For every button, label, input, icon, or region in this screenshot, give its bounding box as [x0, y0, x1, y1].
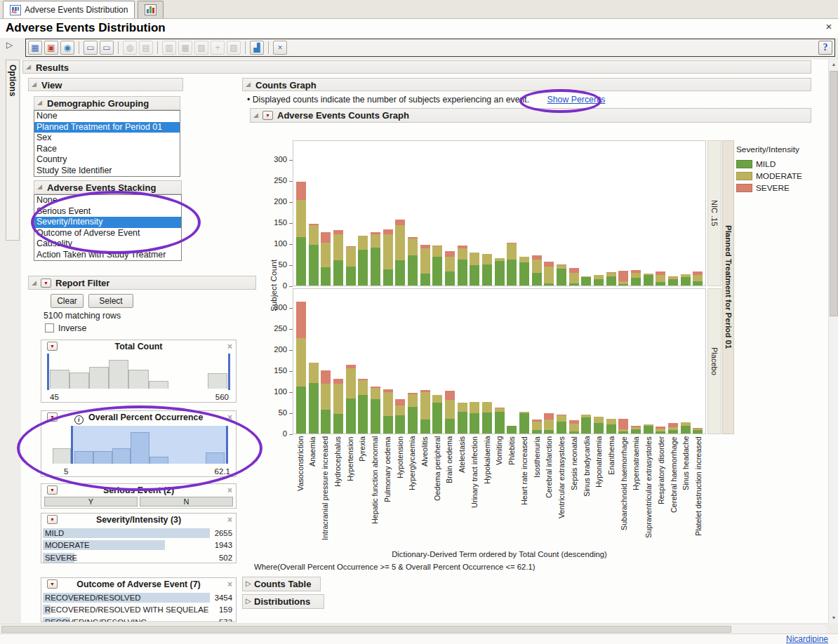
bar-segment[interactable]: [445, 271, 455, 286]
bar-segment[interactable]: [395, 220, 405, 225]
bar-segment[interactable]: [507, 426, 517, 434]
list-item[interactable]: Country: [34, 154, 180, 166]
bar-segment[interactable]: [693, 275, 703, 281]
bar-segment[interactable]: [470, 265, 479, 286]
bar-segment[interactable]: [309, 225, 319, 245]
disclosure-open-icon[interactable]: ◢: [32, 81, 36, 88]
bar-segment[interactable]: [644, 426, 653, 434]
vertical-scrollbar[interactable]: ▲ ▼: [828, 60, 838, 623]
demographic-grouping-list[interactable]: NonePlanned Treatment for Period 01SexRa…: [34, 110, 180, 177]
save-image-icon[interactable]: ▣: [44, 41, 58, 55]
vertical-scroll-thumb[interactable]: [830, 71, 838, 316]
bar-segment[interactable]: [693, 281, 703, 286]
category-row[interactable]: RECOVERING/RESOLVING573: [43, 617, 234, 622]
bar-segment[interactable]: [383, 269, 393, 286]
scroll-up-icon[interactable]: ▲: [829, 60, 838, 69]
bar-segment[interactable]: [532, 273, 542, 286]
bar-segment[interactable]: [321, 370, 331, 384]
bar-segment[interactable]: [346, 398, 356, 434]
bar-segment[interactable]: [557, 422, 566, 434]
bar-segment[interactable]: [395, 405, 405, 415]
bar-segment[interactable]: [681, 426, 691, 434]
histogram-bar[interactable]: [206, 452, 225, 464]
bar-segment[interactable]: [544, 283, 554, 286]
notes-icon[interactable]: ▭: [100, 41, 114, 55]
bar-segment[interactable]: [420, 392, 430, 420]
list-item[interactable]: Action Taken with Study Treatmer: [34, 250, 181, 261]
category-row[interactable]: RECOVERED/RESOLVED3454: [43, 592, 234, 604]
bar-segment[interactable]: [482, 254, 492, 264]
tab-chart[interactable]: [138, 1, 164, 18]
close-filter-icon[interactable]: ×: [227, 515, 232, 525]
bar-segment[interactable]: [519, 262, 529, 286]
histogram-bar[interactable]: [109, 360, 128, 389]
bar-segment[interactable]: [321, 243, 331, 267]
bar-segment[interactable]: [309, 245, 319, 286]
bar-segment[interactable]: [519, 257, 529, 262]
bar-segment[interactable]: [470, 253, 479, 266]
list-item[interactable]: None: [34, 111, 180, 122]
list-item[interactable]: Sex: [34, 133, 180, 144]
bar-segment[interactable]: [507, 260, 517, 286]
bar-segment[interactable]: [333, 260, 343, 286]
horizontal-scrollbar[interactable]: [0, 624, 827, 633]
help-button[interactable]: ?: [818, 41, 832, 55]
histogram-bar[interactable]: [53, 448, 71, 464]
bar-segment[interactable]: [569, 431, 579, 434]
results-section-header[interactable]: ◢ Results: [22, 60, 811, 74]
nicardipine-link[interactable]: Nicardipine: [786, 634, 828, 644]
histogram-bar[interactable]: [131, 432, 149, 464]
red-triangle-menu-icon[interactable]: ▼: [47, 485, 58, 495]
bar-segment[interactable]: [445, 400, 455, 419]
red-triangle-menu-icon[interactable]: ▼: [47, 579, 58, 589]
counts-graph-section-header[interactable]: ◢ Counts Graph: [242, 78, 811, 91]
bar-segment[interactable]: [693, 430, 703, 434]
exclude-rows-icon[interactable]: ×: [273, 41, 287, 55]
info-icon[interactable]: i: [74, 415, 84, 424]
bar-segment[interactable]: [371, 399, 380, 434]
bar-segment[interactable]: [371, 388, 380, 399]
bar-segment[interactable]: [631, 273, 641, 278]
bar-segment[interactable]: [420, 248, 430, 274]
bar-segment[interactable]: [557, 415, 566, 422]
scroll-down-icon[interactable]: ▼: [829, 613, 838, 623]
bar-segment[interactable]: [408, 255, 418, 286]
bar-segment[interactable]: [458, 260, 467, 286]
bar-segment[interactable]: [408, 394, 418, 408]
bar-segment[interactable]: [383, 234, 393, 269]
bar-segment[interactable]: [309, 363, 319, 383]
bar-segment[interactable]: [346, 368, 356, 398]
histogram-bar[interactable]: [112, 448, 131, 464]
bar-segment[interactable]: [296, 302, 306, 339]
legend-item[interactable]: SEVERE: [736, 183, 802, 193]
bar-segment[interactable]: [333, 384, 343, 414]
bar-segment[interactable]: [569, 283, 579, 286]
disclosure-open-icon[interactable]: ◢: [26, 64, 31, 70]
demographic-grouping-header[interactable]: ◢ Demographic Grouping: [34, 96, 180, 110]
category-row[interactable]: MILD2655: [43, 528, 234, 539]
bar-segment[interactable]: [532, 260, 542, 273]
bar-segment[interactable]: [631, 429, 641, 434]
bar-segment[interactable]: [296, 387, 306, 434]
panel-expand-icon[interactable]: ▷: [6, 40, 13, 50]
bar-segment[interactable]: [383, 392, 393, 416]
bar-segment[interactable]: [544, 430, 554, 434]
bar-segment[interactable]: [606, 276, 616, 286]
red-triangle-menu-icon[interactable]: ▼: [47, 412, 58, 422]
horizontal-scroll-thumb[interactable]: [1, 626, 731, 633]
bar-segment[interactable]: [395, 260, 405, 286]
bar-segment[interactable]: [458, 403, 467, 412]
bar-segment[interactable]: [544, 413, 554, 420]
bar-segment[interactable]: [371, 234, 380, 248]
list-item[interactable]: Causality: [34, 239, 181, 250]
category-row[interactable]: MODERATE1943: [43, 539, 234, 551]
bar-segment[interactable]: [445, 257, 455, 272]
range-handle-left[interactable]: [47, 354, 49, 390]
bar-segment[interactable]: [395, 415, 405, 434]
list-item[interactable]: Planned Treatment for Period 01: [34, 122, 180, 133]
bar-segment[interactable]: [594, 279, 604, 286]
list-item[interactable]: Serious Event: [34, 206, 181, 217]
bar-segment[interactable]: [668, 279, 678, 286]
histogram-bar[interactable]: [50, 370, 69, 389]
bar-segment[interactable]: [458, 412, 467, 434]
